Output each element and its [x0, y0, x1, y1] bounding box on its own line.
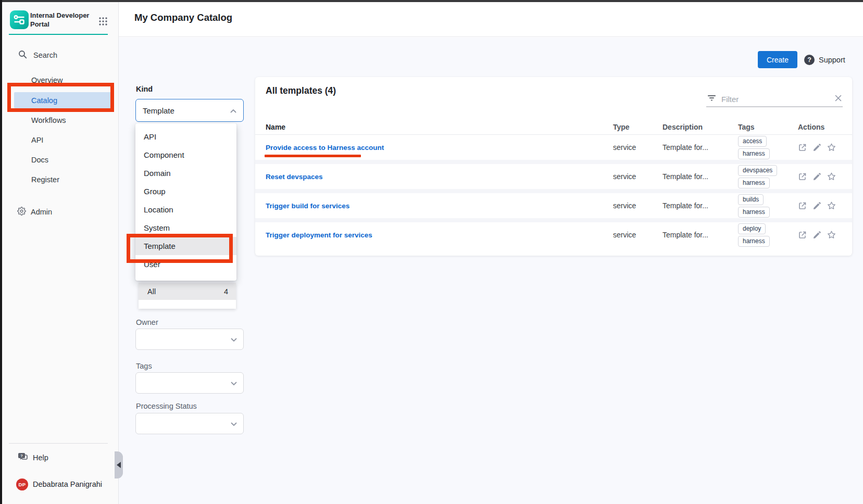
- row-type: service: [613, 231, 662, 239]
- sidebar-footer-divider: [9, 443, 108, 444]
- row-tags: access harness: [738, 136, 797, 159]
- nav-label: Workflows: [31, 116, 66, 124]
- table-row: Provide access to Harness account servic…: [255, 135, 852, 160]
- tags-select[interactable]: [135, 372, 244, 394]
- nav-label: Overview: [31, 76, 62, 84]
- sidebar-item-workflows[interactable]: Workflows: [14, 112, 113, 128]
- nav-label: API: [31, 136, 43, 144]
- templates-table-title: All templates (4): [266, 85, 336, 96]
- tag-chip: builds: [738, 194, 764, 205]
- sidebar-item-api[interactable]: API: [14, 132, 113, 148]
- row-actions: [797, 143, 852, 152]
- sidebar-item-catalog[interactable]: Catalog: [14, 92, 113, 108]
- kind-select-value: Template: [143, 106, 230, 115]
- row-description: Template for...: [662, 172, 738, 181]
- column-header-description: Description: [662, 123, 738, 131]
- row-tags: builds harness: [738, 194, 797, 218]
- table-filter-input[interactable]: [721, 95, 830, 104]
- owner-filter-label: Owner: [136, 318, 158, 326]
- star-icon[interactable]: [827, 231, 836, 240]
- star-icon[interactable]: [827, 201, 836, 210]
- tags-filter-label: Tags: [136, 362, 152, 370]
- tag-chip: harness: [738, 178, 770, 188]
- open-in-new-icon[interactable]: [798, 201, 807, 210]
- column-header-tags: Tags: [738, 123, 797, 131]
- question-circle-icon: ?: [804, 55, 815, 65]
- kind-option-location[interactable]: Location: [135, 200, 236, 219]
- open-in-new-icon[interactable]: [798, 172, 807, 181]
- row-tags: deploy harness: [738, 223, 797, 247]
- column-header-actions: Actions: [797, 123, 852, 131]
- template-link[interactable]: Provide access to Harness account: [266, 144, 384, 152]
- row-actions: [797, 172, 852, 181]
- kind-option-component[interactable]: Component: [135, 146, 236, 164]
- row-divider-band: [255, 218, 852, 222]
- kind-option-user[interactable]: User: [135, 255, 236, 273]
- tag-chip: harness: [738, 207, 770, 218]
- sidebar-item-help[interactable]: ? Help: [2, 450, 119, 465]
- table-filter-field[interactable]: [706, 92, 843, 107]
- sidebar-item-admin[interactable]: Admin: [2, 204, 119, 220]
- edit-pencil-icon[interactable]: [812, 143, 821, 152]
- sidebar-item-docs[interactable]: Docs: [14, 152, 113, 168]
- app-switcher-grid-icon[interactable]: [97, 16, 109, 27]
- nav-label: Register: [31, 175, 59, 184]
- open-in-new-icon[interactable]: [798, 143, 807, 152]
- filter-funnel-icon: [707, 94, 716, 104]
- template-link[interactable]: Trigger deployment for services: [266, 231, 372, 239]
- row-type: service: [613, 143, 662, 152]
- row-description: Template for...: [662, 143, 738, 152]
- open-in-new-icon[interactable]: [798, 231, 807, 240]
- table-header-row: Name Type Description Tags Actions: [255, 120, 852, 134]
- sidebar-item-register[interactable]: Register: [14, 171, 113, 187]
- page-title: My Company Catalog: [134, 12, 232, 23]
- row-type: service: [613, 201, 662, 210]
- help-chat-icon: ?: [18, 452, 28, 463]
- tag-chip: harness: [738, 148, 770, 159]
- kind-option-template[interactable]: Template: [135, 237, 236, 255]
- star-icon[interactable]: [827, 143, 836, 152]
- sidebar-collapse-handle[interactable]: [115, 451, 123, 478]
- kind-option-group[interactable]: Group: [135, 182, 236, 200]
- support-button[interactable]: ? Support: [804, 51, 845, 68]
- sidebar-search[interactable]: Search: [2, 48, 119, 62]
- sidebar: Internal Developer Portal Search Overvie…: [2, 2, 119, 504]
- row-divider-band: [255, 160, 852, 164]
- edit-pencil-icon[interactable]: [812, 201, 821, 210]
- row-description: Template for...: [662, 231, 738, 239]
- kind-option-api[interactable]: API: [135, 128, 236, 146]
- sidebar-item-overview[interactable]: Overview: [14, 72, 113, 88]
- template-link[interactable]: Reset devspaces: [266, 173, 323, 181]
- create-button[interactable]: Create: [758, 51, 797, 68]
- kind-option-system[interactable]: System: [135, 219, 236, 237]
- star-icon[interactable]: [827, 172, 836, 181]
- clear-filter-icon[interactable]: [835, 94, 842, 104]
- admin-label: Admin: [31, 208, 52, 216]
- row-tags: devspaces harness: [738, 165, 797, 188]
- owner-select[interactable]: [135, 329, 244, 350]
- edit-pencil-icon[interactable]: [812, 172, 821, 181]
- tag-chip: harness: [738, 236, 770, 247]
- kind-count-all-row[interactable]: All 4: [139, 283, 236, 300]
- kind-filter-label: Kind: [136, 85, 153, 93]
- chevron-down-icon: [231, 335, 237, 344]
- all-label: All: [147, 287, 156, 296]
- kind-dropdown-menu: API Component Domain Group Location Syst…: [135, 123, 236, 281]
- table-row: Trigger deployment for services service …: [255, 222, 852, 247]
- template-link[interactable]: Trigger build for services: [266, 202, 349, 210]
- app-title: Internal Developer Portal: [30, 11, 91, 29]
- kind-counts-card: All 4: [139, 283, 236, 309]
- nav-label: Catalog: [31, 96, 57, 105]
- tag-chip: access: [738, 136, 767, 147]
- kind-select[interactable]: Template: [135, 99, 244, 122]
- row-divider-band: [255, 189, 852, 193]
- processing-status-select[interactable]: [135, 413, 244, 434]
- edit-pencil-icon[interactable]: [812, 231, 821, 240]
- help-label: Help: [33, 453, 48, 462]
- user-name: Debabrata Panigrahi: [33, 480, 102, 488]
- support-label: Support: [819, 56, 845, 64]
- kind-option-domain[interactable]: Domain: [135, 164, 236, 182]
- sidebar-user[interactable]: DP Debabrata Panigrahi: [2, 476, 119, 493]
- gear-icon: [17, 207, 26, 217]
- row-type: service: [613, 172, 662, 181]
